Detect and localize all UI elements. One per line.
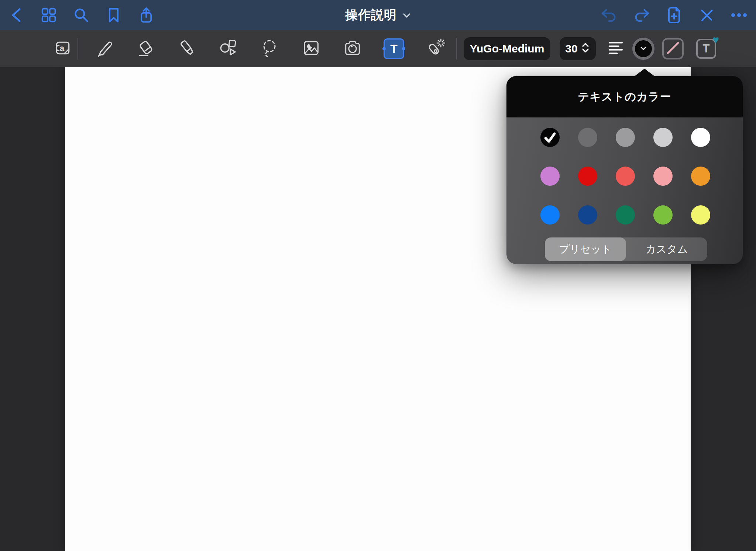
- page-title: 操作説明: [345, 7, 397, 24]
- pages-overview-button[interactable]: [32, 0, 65, 30]
- chevron-up-down-icon: [581, 42, 590, 56]
- highlighter-icon: [177, 38, 197, 59]
- font-family-button[interactable]: YuGo-Medium: [464, 37, 550, 60]
- shapes-icon: [219, 38, 238, 59]
- color-swatch-yellow[interactable]: [691, 205, 710, 225]
- color-swatch-red[interactable]: [578, 167, 597, 186]
- text-align-button[interactable]: [608, 30, 624, 67]
- color-swatch-gray[interactable]: [616, 128, 635, 147]
- selection-handle: [382, 47, 386, 51]
- text-style-icon: T: [703, 42, 710, 55]
- eraser-icon: [136, 38, 156, 59]
- document-title[interactable]: 操作説明: [345, 0, 411, 30]
- color-swatch-purple[interactable]: [540, 167, 560, 186]
- share-button[interactable]: [130, 0, 162, 30]
- color-swatch-white[interactable]: [691, 128, 710, 147]
- image-tool-button[interactable]: [291, 30, 332, 67]
- popover-title: テキストのカラー: [578, 89, 671, 105]
- camera-icon: [343, 38, 362, 59]
- color-swatch-green[interactable]: [616, 205, 635, 225]
- toolbar-divider: [456, 38, 457, 59]
- font-size-value: 30: [565, 42, 577, 55]
- color-swatch-coral[interactable]: [616, 167, 635, 186]
- add-page-button[interactable]: [658, 0, 690, 30]
- color-swatch-dark-gray[interactable]: [578, 128, 597, 147]
- back-button[interactable]: [0, 0, 32, 30]
- toolbar: a T: [0, 30, 756, 67]
- text-tool-button[interactable]: T: [373, 30, 415, 67]
- shapes-tool-button[interactable]: [208, 30, 249, 67]
- navbar-left-group: [0, 0, 162, 30]
- tab-custom[interactable]: カスタム: [626, 237, 707, 261]
- swatch-grid: [540, 128, 710, 225]
- document-plus-icon: [667, 6, 681, 24]
- laser-pointer-tool-button[interactable]: [415, 30, 456, 67]
- color-swatch-pink[interactable]: [653, 167, 673, 186]
- text-tool-selected-icon: T: [384, 38, 404, 59]
- navbar: 操作説明: [0, 0, 756, 30]
- navbar-right-group: [593, 0, 756, 30]
- selection-handle: [402, 47, 405, 51]
- more-button[interactable]: [723, 0, 755, 30]
- color-swatch-orange[interactable]: [691, 167, 710, 186]
- bookmark-icon: [107, 7, 121, 23]
- highlighter-tool-button[interactable]: [166, 30, 208, 67]
- color-swatch-navy[interactable]: [578, 205, 597, 225]
- font-size-stepper[interactable]: 30: [560, 37, 596, 60]
- share-icon: [138, 6, 154, 24]
- align-left-icon: [608, 40, 623, 57]
- search-button[interactable]: [65, 0, 97, 30]
- lasso-tool-button[interactable]: [249, 30, 291, 67]
- text-style-favorites-button[interactable]: T ♥: [696, 39, 716, 59]
- end-editing-button[interactable]: [690, 0, 723, 30]
- search-icon: [73, 7, 89, 23]
- page-template-icon: a: [53, 38, 72, 59]
- tab-preset[interactable]: プリセット: [545, 237, 626, 261]
- color-swatch-blue[interactable]: [540, 205, 560, 225]
- pen-icon: [94, 38, 114, 59]
- popover-arrow: [634, 69, 655, 76]
- undo-icon: [601, 7, 618, 23]
- text-color-button[interactable]: [632, 38, 654, 60]
- crossed-pencil-icon: [698, 7, 715, 23]
- text-box-border-button[interactable]: [662, 38, 684, 59]
- grid-icon: [41, 7, 57, 23]
- camera-tool-button[interactable]: [332, 30, 373, 67]
- redo-icon: [633, 7, 650, 23]
- popover-header: テキストのカラー: [506, 76, 743, 117]
- laser-pointer-icon: [425, 38, 445, 59]
- chevron-left-icon: [10, 7, 23, 23]
- redo-button[interactable]: [625, 0, 658, 30]
- color-swatch-light-green[interactable]: [653, 205, 673, 225]
- pen-tool-button[interactable]: [84, 30, 125, 67]
- bookmark-button[interactable]: [97, 0, 130, 30]
- font-family-label: YuGo-Medium: [470, 42, 544, 55]
- chevron-down-icon: [640, 45, 647, 52]
- image-icon: [301, 38, 321, 59]
- page-panel-button[interactable]: a: [52, 30, 73, 67]
- color-swatch-light-gray[interactable]: [653, 128, 673, 147]
- ellipsis-icon: [731, 13, 747, 17]
- color-swatch-black[interactable]: [540, 128, 560, 147]
- preset-custom-segmented-control: プリセット カスタム: [545, 237, 707, 261]
- undo-button[interactable]: [593, 0, 625, 30]
- eraser-tool-button[interactable]: [125, 30, 166, 67]
- svg-text:a: a: [60, 44, 65, 53]
- lasso-icon: [260, 38, 280, 59]
- chevron-down-icon: [403, 10, 411, 20]
- heart-icon: ♥: [712, 34, 719, 45]
- diagonal-stroke-icon: [665, 40, 681, 58]
- toolbar-divider: [78, 38, 78, 59]
- text-color-popover: テキストのカラー プリセット カスタム: [506, 76, 743, 264]
